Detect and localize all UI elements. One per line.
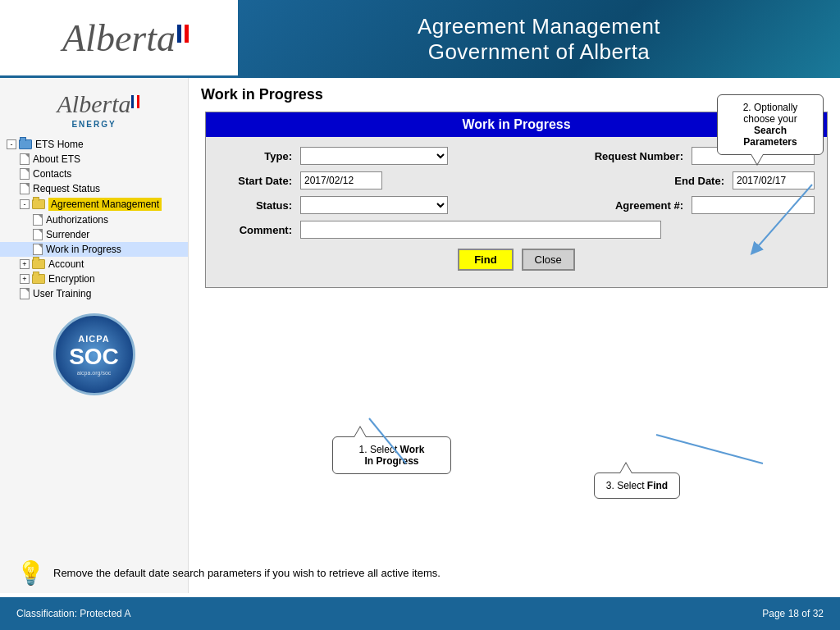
folder-icon <box>32 259 45 269</box>
request-num-label: Request Number: <box>593 150 683 162</box>
sidebar-label: Agreement Management <box>48 198 162 211</box>
header-logo: Alberta <box>0 0 238 78</box>
page-icon <box>20 168 30 180</box>
callout-work-in-progress: 1. Select WorkIn Progress <box>332 436 451 474</box>
logo-alberta-text: Alberta <box>62 17 176 59</box>
content-area: Alberta ENERGY - ETS Home About ETS Cont… <box>0 78 840 593</box>
soc-soc-label: SOC <box>69 344 119 370</box>
find-button[interactable]: Find <box>458 249 513 271</box>
end-date-input[interactable] <box>733 171 815 189</box>
form-row-comment: Comment: <box>218 221 815 239</box>
sidebar-item-contacts[interactable]: Contacts <box>0 167 188 181</box>
agreement-input[interactable] <box>692 196 815 214</box>
page-number: Page 18 of 32 <box>762 608 824 619</box>
soc-logo: AICPA SOC aicpa.org/soc <box>53 313 135 395</box>
sidebar-label: Authorizations <box>46 214 108 226</box>
callout-text: 3. Select Find <box>603 480 671 491</box>
classification-label: Classification: Protected A <box>16 608 130 619</box>
sidebar-item-about-ets[interactable]: About ETS <box>0 152 188 167</box>
sidebar-item-encryption[interactable]: + Encryption <box>0 272 188 286</box>
comment-input[interactable] <box>300 221 661 239</box>
header-title-sub: Government of Alberta <box>428 39 651 65</box>
expand-icon[interactable]: + <box>20 274 30 284</box>
sidebar-logo: Alberta ENERGY <box>0 86 188 137</box>
sidebar-energy-label: ENERGY <box>8 120 180 129</box>
form-row-dates: Start Date: End Date: <box>218 171 815 189</box>
soc-sub-label: aicpa.org/soc <box>77 370 112 376</box>
callout-arrow-fill <box>354 427 366 437</box>
sidebar-item-work-in-progress[interactable]: Work in Progress <box>0 242 188 257</box>
sidebar-item-user-training[interactable]: User Training <box>0 286 188 301</box>
end-date-label: End Date: <box>634 175 724 187</box>
bulb-icon: 💡 <box>16 559 45 587</box>
callout-text: 2. Optionallychoose yourSearchParameters <box>726 102 815 148</box>
start-date-label: Start Date: <box>218 175 292 187</box>
alberta-flag <box>177 25 189 43</box>
page-icon <box>20 183 30 194</box>
header-title-main: Agreement Management <box>418 14 660 39</box>
comment-label: Comment: <box>218 224 292 236</box>
sidebar-flag-icon <box>131 95 139 108</box>
sidebar-label: User Training <box>33 288 91 299</box>
status-label: Status: <box>218 199 292 212</box>
sidebar-item-request-status[interactable]: Request Status <box>0 181 188 196</box>
sidebar-label: Contacts <box>33 168 71 180</box>
expand-icon[interactable]: - <box>7 139 16 149</box>
sidebar-label: Account <box>48 258 84 270</box>
page-icon <box>20 288 30 299</box>
form-buttons: Find Close <box>218 249 815 277</box>
folder-icon <box>32 274 45 284</box>
sidebar-label: Encryption <box>48 273 95 285</box>
main-content: Work in Progress Work in Progress Type: … <box>189 78 840 593</box>
sidebar-item-authorizations[interactable]: Authorizations <box>0 212 188 227</box>
expand-icon[interactable]: + <box>20 259 30 269</box>
header: Alberta Agreement Management Government … <box>0 0 840 78</box>
sidebar-label: Request Status <box>33 183 100 194</box>
folder-icon <box>19 139 32 149</box>
sidebar-label: ETS Home <box>35 139 84 150</box>
sidebar-item-account[interactable]: + Account <box>0 257 188 272</box>
sidebar-item-ets-home[interactable]: - ETS Home <box>0 137 188 152</box>
sidebar-item-surrender[interactable]: Surrender <box>0 227 188 242</box>
callout-find: 3. Select Find <box>594 472 680 499</box>
agreement-label: Agreement #: <box>593 199 683 212</box>
expand-icon[interactable]: - <box>20 199 30 209</box>
callout-arrow-fill <box>751 154 763 164</box>
footer: Classification: Protected A Page 18 of 3… <box>0 597 840 630</box>
status-select[interactable] <box>300 196 448 214</box>
page-icon <box>33 244 43 255</box>
svg-line-2 <box>656 435 763 463</box>
sidebar-label: About ETS <box>33 153 80 165</box>
callout-text: 1. Select WorkIn Progress <box>341 444 442 467</box>
sidebar-label: Surrender <box>46 229 89 240</box>
page-icon <box>20 153 30 165</box>
sidebar-label: Work in Progress <box>46 244 121 255</box>
type-select[interactable] <box>300 147 448 165</box>
callout-arrow-fill <box>620 463 632 473</box>
folder-icon <box>32 199 45 209</box>
callout-search-params: 2. Optionallychoose yourSearchParameters <box>717 94 824 155</box>
header-title: Agreement Management Government of Alber… <box>238 0 840 78</box>
close-button[interactable]: Close <box>522 249 575 271</box>
sidebar-item-agreement-mgmt[interactable]: - Agreement Management <box>0 196 188 212</box>
form-row-status: Status: Agreement #: <box>218 196 815 214</box>
type-label: Type: <box>218 150 292 162</box>
form-body: Type: Request Number: Start Date: End Da… <box>206 137 827 287</box>
tip-area: 💡 Remove the default date search paramet… <box>0 553 840 593</box>
sidebar-logo-text: Alberta <box>57 90 131 118</box>
sidebar: Alberta ENERGY - ETS Home About ETS Cont… <box>0 78 189 593</box>
tip-text: Remove the default date search parameter… <box>53 567 441 579</box>
page-icon <box>33 229 43 240</box>
soc-aicpa-label: AICPA <box>78 334 109 344</box>
page-icon <box>33 214 43 226</box>
start-date-input[interactable] <box>300 171 382 189</box>
